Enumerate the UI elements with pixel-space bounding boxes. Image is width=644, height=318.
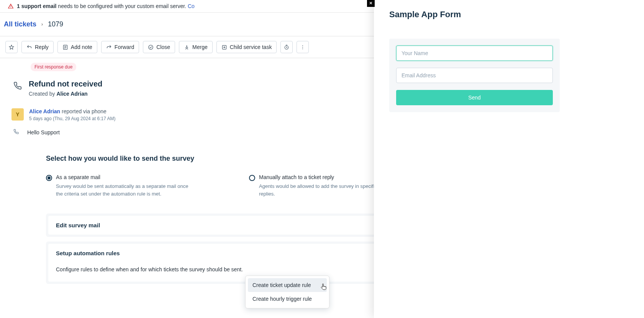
menu-item-update-rule[interactable]: Create ticket update rule (248, 278, 327, 292)
config-rules-text: Configure rules to define when and for w… (56, 266, 243, 272)
reporter-time: 5 days ago (Thu, 29 Aug 2024 at 6:17 AM) (29, 116, 116, 121)
merge-label: Merge (192, 44, 208, 50)
reporter-via: reported via phone (60, 108, 107, 114)
overlay-title: Sample App Form (389, 10, 629, 20)
forward-icon (106, 44, 112, 50)
radio-desc: Survey would be sent automatically as a … (56, 183, 192, 197)
close-button[interactable]: Close (143, 41, 175, 53)
ticket-title: Refund not received (29, 80, 102, 88)
chevron-right-icon (40, 21, 44, 28)
breadcrumb-all-tickets[interactable]: All tickets (4, 20, 36, 28)
alert-bold: 1 support email (17, 3, 56, 9)
note-icon (62, 44, 68, 50)
avatar: Y (11, 108, 24, 121)
alert-text: 1 support email needs to be configured w… (17, 3, 195, 9)
radio-icon (46, 175, 52, 181)
form-card: Send (389, 39, 560, 112)
email-input[interactable] (396, 68, 553, 83)
radio-manual-attach[interactable]: Manually attach to a ticket reply Agents… (249, 174, 395, 197)
plus-square-icon (221, 44, 227, 50)
ticket-creator: Alice Adrian (56, 91, 87, 97)
close-icon[interactable] (367, 0, 375, 7)
phone-small-icon (13, 129, 19, 135)
reply-label: Reply (35, 44, 49, 50)
phone-channel-icon (13, 80, 22, 91)
more-button[interactable] (297, 41, 309, 53)
child-task-label: Child service task (230, 44, 272, 50)
reporter-name[interactable]: Alice Adrian (29, 108, 60, 114)
svg-point-6 (303, 48, 303, 49)
name-input[interactable] (396, 46, 553, 61)
ticket-created-by: Created by Alice Adrian (29, 91, 102, 97)
child-service-task-button[interactable]: Child service task (216, 41, 277, 53)
reply-button[interactable]: Reply (21, 41, 54, 53)
time-tracking-button[interactable] (280, 41, 293, 53)
star-icon (9, 44, 14, 50)
close-label: Close (156, 44, 170, 50)
alert-link[interactable]: Co (188, 3, 195, 9)
menu-item-hourly-rule[interactable]: Create hourly trigger rule (248, 292, 327, 306)
radio-icon (249, 175, 255, 181)
forward-label: Forward (115, 44, 134, 50)
svg-point-1 (149, 45, 153, 49)
check-circle-icon (148, 44, 154, 50)
warning-icon (8, 3, 14, 9)
merge-icon (184, 44, 190, 50)
svg-point-4 (303, 45, 303, 46)
ticket-body-greeting: Hello Support (27, 129, 60, 135)
breadcrumb-current: 1079 (48, 20, 63, 28)
send-button[interactable]: Send (396, 90, 553, 105)
merge-button[interactable]: Merge (179, 41, 213, 53)
add-note-label: Add note (71, 44, 92, 50)
svg-point-5 (303, 47, 303, 47)
automation-dropdown-menu: Create ticket update rule Create hourly … (245, 276, 329, 308)
star-button[interactable] (5, 41, 18, 53)
radio-label: As a separate mail (56, 174, 192, 180)
reply-icon (26, 44, 32, 50)
slideover-panel: Sample App Form Send (374, 0, 644, 318)
timer-icon (284, 44, 289, 50)
status-badge: First response due (31, 63, 76, 71)
kebab-icon (300, 44, 305, 50)
add-note-button[interactable]: Add note (57, 41, 97, 53)
forward-button[interactable]: Forward (101, 41, 139, 53)
radio-separate-mail[interactable]: As a separate mail Survey would be sent … (46, 174, 192, 197)
